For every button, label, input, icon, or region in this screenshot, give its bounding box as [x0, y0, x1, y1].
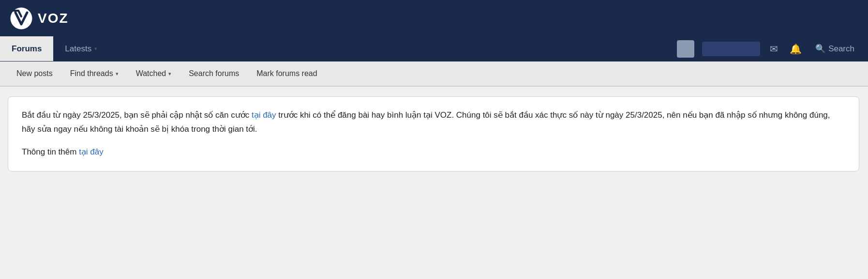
subnav-new-posts[interactable]: New posts — [8, 62, 61, 86]
bell-icon[interactable]: 🔔 — [788, 41, 804, 57]
nav-spacer — [109, 36, 677, 61]
subnav-find-threads[interactable]: Find threads ▾ — [61, 62, 127, 86]
subnav-search-forums[interactable]: Search forums — [180, 62, 248, 86]
subnav-watched[interactable]: Watched ▾ — [127, 62, 180, 86]
subnav-mark-forums-read[interactable]: Mark forums read — [248, 62, 326, 86]
latests-dropdown-icon: ▾ — [94, 46, 97, 52]
notice-link-2[interactable]: tại đây — [79, 147, 104, 156]
message-icon[interactable]: ✉ — [768, 41, 780, 57]
watched-dropdown-icon: ▾ — [168, 71, 171, 77]
site-logo-text: VOZ — [38, 11, 69, 26]
notice-paragraph-1: Bắt đầu từ ngày 25/3/2025, bạn sẽ phải c… — [22, 108, 845, 137]
site-header: VOZ — [0, 0, 868, 36]
main-content: Bắt đầu từ ngày 25/3/2025, bạn sẽ phải c… — [0, 87, 868, 181]
notice-paragraph-2: Thông tin thêm tại đây — [22, 145, 845, 159]
find-threads-dropdown-icon: ▾ — [116, 71, 119, 77]
username-display[interactable] — [702, 42, 760, 56]
avatar[interactable] — [677, 40, 694, 58]
nav-right-area: ✉ 🔔 🔍 Search — [677, 36, 868, 61]
main-navbar: Forums Latests ▾ ✉ 🔔 🔍 Search — [0, 36, 868, 62]
nav-tab-latests[interactable]: Latests ▾ — [53, 36, 109, 61]
search-button[interactable]: 🔍 Search — [811, 42, 858, 56]
nav-tab-forums[interactable]: Forums — [0, 36, 53, 61]
subnav-bar: New posts Find threads ▾ Watched ▾ Searc… — [0, 62, 868, 87]
search-icon: 🔍 — [815, 44, 825, 54]
logo-area[interactable]: VOZ — [10, 7, 69, 30]
notice-link-1[interactable]: tại đây — [252, 110, 276, 120]
voz-logo-icon — [10, 7, 33, 30]
notice-box: Bắt đầu từ ngày 25/3/2025, bạn sẽ phải c… — [8, 96, 859, 171]
